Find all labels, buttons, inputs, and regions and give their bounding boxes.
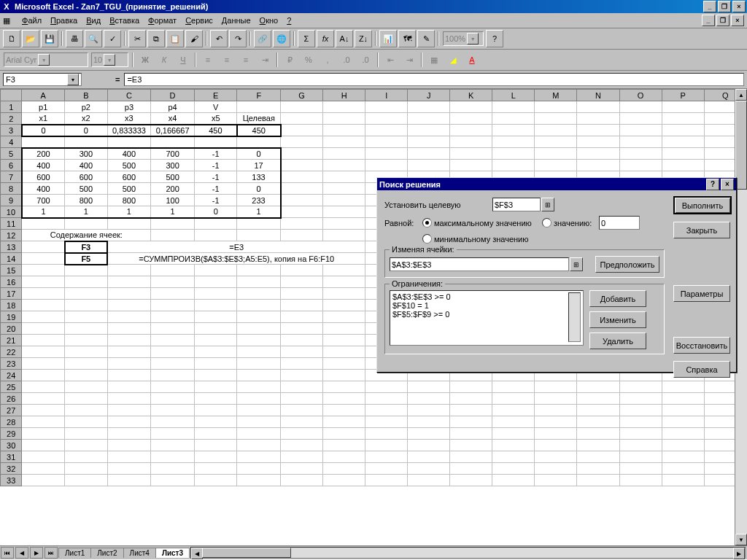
cell-C28[interactable] [107, 416, 151, 428]
cell-E22[interactable] [194, 346, 237, 358]
cell-D22[interactable] [151, 346, 195, 358]
cell-K6[interactable] [450, 160, 492, 171]
percent-button[interactable]: % [300, 51, 317, 69]
cell-G31[interactable] [281, 451, 323, 463]
cell-K3[interactable] [450, 125, 492, 136]
row-header-8[interactable]: 8 [1, 183, 22, 195]
cell-F2[interactable]: Целевая [237, 113, 281, 125]
solver-edit-button[interactable]: Изменить [589, 311, 646, 328]
cell-D28[interactable] [151, 416, 195, 428]
cell-C17[interactable] [107, 288, 151, 300]
cell-K27[interactable] [450, 405, 492, 416]
cell-E19[interactable] [194, 311, 237, 323]
cell-O2[interactable] [619, 113, 662, 125]
cell-K1[interactable] [450, 101, 492, 113]
cell-A19[interactable] [22, 311, 65, 323]
cell-P6[interactable] [662, 160, 704, 171]
sort-desc-button[interactable]: Z↓ [355, 30, 372, 47]
cell-N1[interactable] [577, 101, 619, 113]
cell-H32[interactable] [323, 463, 365, 475]
cell-C33[interactable] [107, 475, 151, 486]
menu-Окно[interactable]: Окно [255, 15, 283, 26]
cell-M29[interactable] [535, 428, 577, 440]
new-button[interactable]: 🗋 [3, 30, 20, 47]
cell-E15[interactable] [194, 265, 237, 276]
cell-C30[interactable] [107, 440, 151, 451]
cell-H9[interactable] [323, 195, 365, 206]
cell-N32[interactable] [577, 463, 619, 475]
scroll-down-button[interactable]: ▼ [735, 534, 747, 545]
cell-F3[interactable]: 450 [237, 125, 281, 136]
cell-G9[interactable] [281, 195, 323, 206]
col-header-O[interactable]: O [619, 90, 662, 101]
menu-Формат[interactable]: Формат [144, 15, 181, 26]
cell-D2[interactable]: x4 [151, 113, 195, 125]
cell-B28[interactable] [65, 416, 108, 428]
cell-C14[interactable]: =СУММПРОИЗВ($A$3:$E$3;A5:E5), копия на F… [107, 253, 365, 265]
solver-delete-button[interactable]: Удалить [589, 332, 646, 349]
mdi-close-button[interactable]: × [731, 15, 744, 26]
cell-H15[interactable] [323, 265, 365, 276]
cell-I4[interactable] [365, 136, 408, 148]
merge-center-button[interactable]: ⇥ [256, 51, 274, 69]
cell-B18[interactable] [65, 300, 108, 311]
col-header-E[interactable]: E [194, 90, 237, 101]
name-box-dropdown-icon[interactable]: ▼ [67, 74, 79, 85]
cell-C6[interactable]: 500 [107, 160, 151, 171]
cell-B6[interactable]: 400 [65, 160, 108, 171]
cell-F28[interactable] [237, 416, 281, 428]
col-header-D[interactable]: D [151, 90, 195, 101]
cell-O3[interactable] [619, 125, 662, 136]
cell-G27[interactable] [281, 405, 323, 416]
cell-K31[interactable] [450, 451, 492, 463]
cell-A2[interactable]: x1 [22, 113, 65, 125]
cell-B13[interactable]: F3 [65, 241, 108, 253]
cell-D27[interactable] [151, 405, 195, 416]
row-header-13[interactable]: 13 [1, 241, 22, 253]
cell-P5[interactable] [662, 148, 704, 160]
cell-C21[interactable] [107, 335, 151, 346]
menu-Вид[interactable]: Вид [82, 15, 105, 26]
drawing-button[interactable]: ✎ [417, 30, 435, 47]
cell-L28[interactable] [492, 416, 535, 428]
currency-button[interactable]: ₽ [281, 51, 298, 69]
cell-E33[interactable] [194, 475, 237, 486]
cell-C2[interactable]: x3 [107, 113, 151, 125]
solver-options-button[interactable]: Параметры [673, 285, 730, 302]
tab-nav-prev-button[interactable]: ◀ [15, 547, 28, 559]
cell-B11[interactable] [65, 218, 108, 230]
cell-M26[interactable] [535, 393, 577, 405]
cell-C18[interactable] [107, 300, 151, 311]
cell-H27[interactable] [323, 405, 365, 416]
cell-H23[interactable] [323, 358, 365, 370]
cell-G7[interactable] [281, 171, 323, 183]
cell-P27[interactable] [662, 405, 704, 416]
cell-L33[interactable] [492, 475, 535, 486]
cell-C16[interactable] [107, 276, 151, 288]
cell-D20[interactable] [151, 323, 195, 335]
constraint-item[interactable]: $F$10 = 1 [392, 301, 581, 310]
cell-J33[interactable] [408, 475, 450, 486]
row-header-16[interactable]: 16 [1, 276, 22, 288]
font-size-combo[interactable]: 10▼ [91, 52, 128, 67]
paste-button[interactable]: 📋 [166, 30, 184, 47]
cell-P31[interactable] [662, 451, 704, 463]
cell-A1[interactable]: p1 [22, 101, 65, 113]
scroll-left-button[interactable]: ◀ [191, 548, 203, 559]
cell-D3[interactable]: 0,166667 [151, 125, 195, 136]
cell-C20[interactable] [107, 323, 151, 335]
cell-M31[interactable] [535, 451, 577, 463]
cell-O31[interactable] [619, 451, 662, 463]
cell-H1[interactable] [323, 101, 365, 113]
cell-H25[interactable] [323, 381, 365, 393]
cell-E29[interactable] [194, 428, 237, 440]
cell-P30[interactable] [662, 440, 704, 451]
cell-F12[interactable] [237, 230, 281, 241]
cell-B24[interactable] [65, 370, 108, 381]
row-header-14[interactable]: 14 [1, 253, 22, 265]
row-header-4[interactable]: 4 [1, 136, 22, 148]
decrease-decimal-button[interactable]: .0 [357, 51, 374, 69]
cell-B5[interactable]: 300 [65, 148, 108, 160]
cell-C27[interactable] [107, 405, 151, 416]
cell-B16[interactable] [65, 276, 108, 288]
